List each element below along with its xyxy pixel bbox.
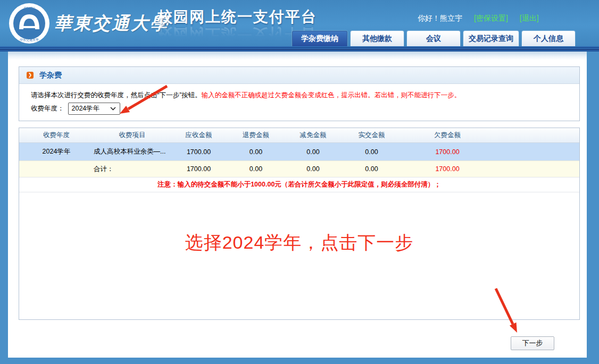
- university-name: 華東交通大學: [54, 12, 169, 36]
- cell-deduction: 0.00: [285, 148, 341, 156]
- total-owed: 1700.00: [402, 165, 493, 173]
- cell-paid: 0.00: [341, 148, 402, 156]
- cell-year: 2024学年: [19, 147, 94, 156]
- annotation-text: 选择2024学年，点击下一步: [19, 231, 579, 255]
- total-receivable: 1700.00: [171, 165, 227, 173]
- cell-owed: 1700.00: [402, 148, 493, 156]
- cell-refund: 0.00: [227, 148, 285, 156]
- minimum-payment-notice: 注意：输入的待交金额不能小于1000.00元（若合计所欠金额小于此限定值，则必须…: [19, 177, 579, 192]
- fee-year-select[interactable]: 2024学年: [68, 103, 120, 115]
- payment-platform-page: ECJTU 华东交通大学 華東交通大學 校园网上统一支付平台 校园网上统一支付平…: [0, 0, 599, 364]
- logout-link[interactable]: [退出]: [520, 14, 539, 23]
- tab-other-payment[interactable]: 其他缴款: [351, 31, 404, 46]
- main-content: ❯ 学杂费 请选择本次进行交费的收费年度，然后点击“下一步”按钮。输入的金额不正…: [8, 52, 587, 358]
- col-header-year: 收费年度: [19, 131, 94, 140]
- instruction-line: 请选择本次进行交费的收费年度，然后点击“下一步”按钮。输入的金额不正确或超过欠费…: [31, 91, 579, 100]
- tuition-section-header: ❯ 学杂费: [19, 67, 579, 84]
- total-label: 合计：: [94, 165, 171, 174]
- university-logo: ECJTU 华东交通大学: [9, 3, 50, 44]
- cell-item: 成人高校本科业余类—...: [94, 147, 171, 156]
- col-header-receivable: 应收金额: [171, 131, 227, 140]
- tab-transaction-history[interactable]: 交易记录查询: [463, 31, 519, 46]
- logo-ring-text: ECJTU: [24, 6, 34, 10]
- year-select-line: 收费年度： 2024学年: [31, 103, 579, 115]
- fee-year-selected-value: 2024学年: [72, 104, 100, 113]
- total-deduction: 0.00: [285, 165, 341, 173]
- svg-text:华东交通大学: 华东交通大学: [20, 38, 39, 41]
- col-header-deduction: 减免金额: [285, 131, 341, 140]
- user-greeting: 你好！熊立宇: [418, 14, 462, 23]
- col-header-paid: 实交金额: [341, 131, 402, 140]
- year-select-label: 收费年度：: [31, 104, 64, 113]
- tuition-section-body: 请选择本次进行交费的收费年度，然后点击“下一步”按钮。输入的金额不正确或超过欠费…: [19, 84, 579, 115]
- col-header-owed: 欠费金额: [402, 131, 493, 140]
- cell-receivable: 1700.00: [171, 148, 227, 156]
- next-step-button[interactable]: 下一步: [511, 336, 554, 350]
- fees-table: 收费年度 收费项目 应收金额 退费金额 减免金额 实交金额 欠费金额 2024学…: [19, 128, 580, 320]
- col-header-item: 收费项目: [94, 131, 171, 140]
- instruction-red: 输入的金额不正确或超过欠费金额会变成红色，提示出错。若出错，则不能进行下一步。: [202, 91, 461, 99]
- header-divider-bar: [0, 46, 599, 52]
- header: ECJTU 华东交通大学 華東交通大學 校园网上统一支付平台 校园网上统一支付平…: [0, 0, 599, 46]
- table-row[interactable]: 2024学年 成人高校本科业余类—... 1700.00 0.00 0.00 0…: [19, 143, 579, 160]
- tuition-section: ❯ 学杂费 请选择本次进行交费的收费年度，然后点击“下一步”按钮。输入的金额不正…: [19, 66, 580, 121]
- instruction-black: 请选择本次进行交费的收费年度，然后点击“下一步”按钮。: [31, 91, 202, 99]
- total-refund: 0.00: [227, 165, 285, 173]
- tab-tuition-payment[interactable]: 学杂费缴纳: [292, 31, 347, 46]
- chevron-down-icon: [110, 107, 116, 111]
- content-top-strip: [8, 52, 587, 60]
- tab-conference[interactable]: 会议: [407, 31, 460, 46]
- table-total-row: 合计： 1700.00 0.00 0.00 0.00 1700.00: [19, 160, 579, 177]
- section-bullet-icon: ❯: [27, 72, 34, 79]
- tab-personal-info[interactable]: 个人信息: [522, 31, 575, 46]
- table-header-row: 收费年度 收费项目 应收金额 退费金额 减免金额 实交金额 欠费金额: [19, 128, 579, 143]
- nav-tabs: 学杂费缴纳 其他缴款 会议 交易记录查询 个人信息: [292, 31, 575, 46]
- page-frame: ❯ 学杂费 请选择本次进行交费的收费年度，然后点击“下一步”按钮。输入的金额不正…: [0, 52, 599, 364]
- total-paid: 0.00: [341, 165, 402, 173]
- user-info-bar: 你好！熊立宇 [密保设置] [退出]: [418, 14, 539, 23]
- col-header-refund: 退费金额: [227, 131, 285, 140]
- section-title: 学杂费: [39, 71, 62, 80]
- security-settings-link[interactable]: [密保设置]: [474, 14, 508, 23]
